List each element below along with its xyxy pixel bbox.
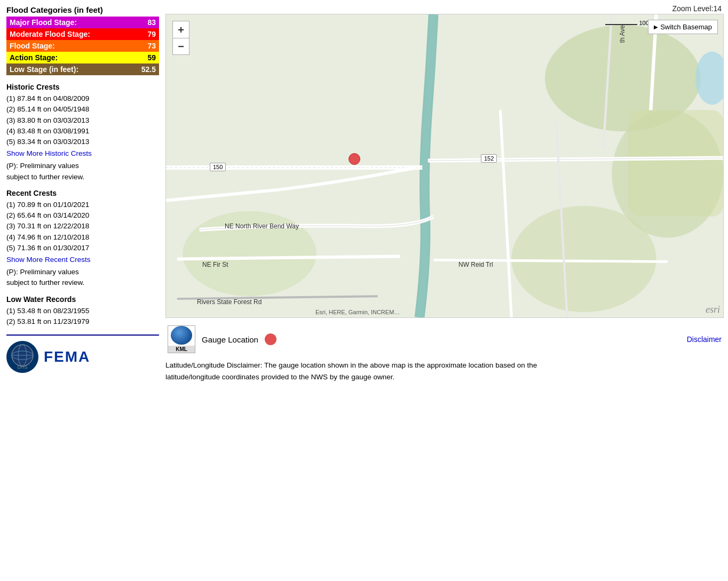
map-legend: KML Gauge Location Disclaimer xyxy=(165,322,724,356)
fema-section: DHS FEMA xyxy=(6,335,159,373)
flood-row: Low Stage (in feet):52.5 xyxy=(6,63,159,75)
map-container[interactable]: + − 100 ft ▶ Switch Basemap 150 152 NE N… xyxy=(165,14,724,318)
flood-row-label: Moderate Flood Stage: xyxy=(6,28,129,40)
zoom-out-button[interactable]: − xyxy=(172,38,189,55)
map-controls: + − xyxy=(172,21,189,55)
road-label-rivers-forest: Rivers State Forest Rd xyxy=(197,298,262,306)
recent-crest-item: (3) 70.31 ft on 12/22/2018 xyxy=(6,221,159,232)
flood-row-label: Major Flood Stage: xyxy=(6,17,129,28)
recent-crests-title: Recent Crests xyxy=(6,189,159,197)
svg-text:DHS: DHS xyxy=(17,364,27,370)
low-water-item: (1) 53.48 ft on 08/23/1955 xyxy=(6,306,159,316)
road-label-nw-reid: NW Reid Trl xyxy=(458,261,493,268)
recent-crest-item: (4) 74.96 ft on 12/10/2018 xyxy=(6,232,159,243)
historic-crest-item: (5) 83.34 ft on 03/03/2013 xyxy=(6,137,159,147)
historic-crest-item: (1) 87.84 ft on 04/08/2009 xyxy=(6,93,159,104)
map-header: Zoom Level:14 xyxy=(165,4,724,13)
flood-row-value: 59 xyxy=(129,52,159,63)
lat-lon-disclaimer: Latitude/Longitude Disclaimer: The gauge… xyxy=(165,360,582,383)
flood-row-value: 79 xyxy=(129,28,159,40)
left-panel: Flood Categories (in feet) Major Flood S… xyxy=(0,0,165,378)
road-label-ne-fir: NE Fir St xyxy=(202,261,228,268)
flood-row-value: 52.5 xyxy=(129,63,159,75)
zoom-in-button[interactable]: + xyxy=(172,21,189,38)
road-label-ne-north-river: NE North River Bend Way xyxy=(225,222,299,230)
low-water-item: (2) 53.81 ft on 11/23/1979 xyxy=(6,316,159,327)
flood-row-label: Low Stage (in feet): xyxy=(6,63,129,75)
flood-categories-table: Major Flood Stage:83Moderate Flood Stage… xyxy=(6,17,159,75)
fema-text: FEMA xyxy=(44,348,90,365)
svg-rect-10 xyxy=(629,110,723,216)
low-water-title: Low Water Records xyxy=(6,295,159,304)
road-label-th-ave: th Ave xyxy=(619,25,626,43)
historic-crest-item: (3) 83.80 ft on 03/03/2013 xyxy=(6,115,159,126)
preliminary-note-2: (P): Preliminary values subject to furth… xyxy=(6,267,159,289)
flood-row: Action Stage:59 xyxy=(6,52,159,63)
recent-crest-item: (5) 71.36 ft on 01/30/2017 xyxy=(6,243,159,253)
kml-label: KML xyxy=(168,346,195,353)
flood-row: Moderate Flood Stage:79 xyxy=(6,28,159,40)
kml-button[interactable]: KML xyxy=(168,325,195,353)
fema-logo: DHS xyxy=(6,341,38,373)
historic-crest-list: (1) 87.84 ft on 04/08/2009(2) 85.14 ft o… xyxy=(6,93,159,147)
historic-crest-item: (2) 85.14 ft on 04/05/1948 xyxy=(6,104,159,115)
flood-row-value: 73 xyxy=(129,40,159,52)
play-icon: ▶ xyxy=(654,24,658,30)
esri-logo: esri xyxy=(706,304,720,315)
svg-point-9 xyxy=(511,206,656,312)
show-more-historic-link[interactable]: Show More Historic Crests xyxy=(6,149,159,157)
show-more-recent-link[interactable]: Show More Recent Crests xyxy=(6,256,159,264)
flood-row: Major Flood Stage:83 xyxy=(6,17,159,28)
flood-row-label: Action Stage: xyxy=(6,52,129,63)
zoom-level: Zoom Level:14 xyxy=(672,4,722,13)
switch-basemap-button[interactable]: ▶ Switch Basemap xyxy=(648,20,718,34)
map-attribution: Esri, HERE, Garmin, INCREM… xyxy=(315,309,400,315)
historic-crests-title: Historic Crests xyxy=(6,83,159,91)
flood-row-label: Flood Stage: xyxy=(6,40,129,52)
scale-bar: 100 ft xyxy=(605,20,654,26)
historic-crest-item: (4) 83.48 ft on 03/08/1991 xyxy=(6,126,159,137)
flood-categories-title: Flood Categories (in feet) xyxy=(6,5,159,14)
preliminary-note-1: (P): Preliminary values subject to furth… xyxy=(6,161,159,182)
recent-crest-item: (2) 65.64 ft on 03/14/2020 xyxy=(6,210,159,221)
road-number-152: 152 xyxy=(481,154,497,163)
right-panel: Zoom Level:14 xyxy=(165,0,728,387)
flood-row: Flood Stage:73 xyxy=(6,40,159,52)
flood-row-value: 83 xyxy=(129,17,159,28)
recent-crest-list: (1) 70.89 ft on 01/10/2021(2) 65.64 ft o… xyxy=(6,200,159,253)
recent-crest-item: (1) 70.89 ft on 01/10/2021 xyxy=(6,200,159,210)
low-water-list: (1) 53.48 ft on 08/23/1955(2) 53.81 ft o… xyxy=(6,306,159,328)
gauge-location-label: Gauge Location xyxy=(202,335,258,344)
disclaimer-link[interactable]: Disclaimer xyxy=(687,335,722,344)
map-gauge-dot xyxy=(349,153,360,165)
road-number-150: 150 xyxy=(210,163,226,171)
kml-globe-icon xyxy=(171,326,192,345)
legend-gauge-dot xyxy=(265,333,276,345)
